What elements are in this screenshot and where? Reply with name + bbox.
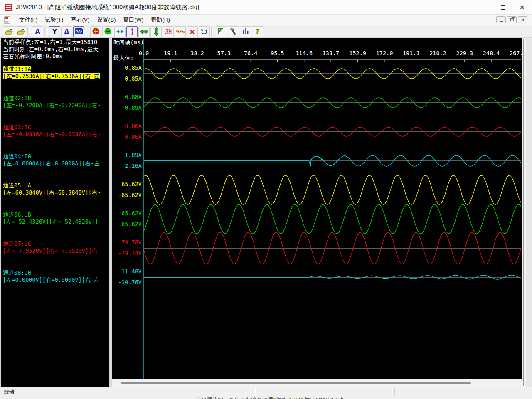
x-tick-label: 19.1 [164,50,177,57]
channel-label: 通道04:I0 [3,153,31,160]
sample-point-info: 当前采样点:左=1,右=1,最大=15810 [3,39,97,46]
document-icon [4,16,11,24]
wye-connection-button[interactable]: Y [49,26,60,37]
min-label-U0: -10.76V [118,279,142,286]
open-file-2-button[interactable] [15,26,26,37]
status-separator [394,388,395,395]
sine-wave-button[interactable] [175,26,186,37]
letter-a-icon: A [35,28,40,35]
status-separator [255,388,256,395]
zoom-out-button[interactable] [102,26,113,37]
channel-item-2[interactable]: 通道02:IB[左=-0.7200A][右=-0.7200A][右- [3,95,109,109]
max-label-IB: 0.88A [125,94,142,100]
x-tick-label: 114.6 [296,50,313,57]
channel-cursor-values: [左=60.3840V][右=60.3840V][右- [3,189,101,196]
open-file-button[interactable] [3,26,14,37]
min-label-IB: -0.89A [121,104,142,111]
max-label-UC: 79.78V [121,239,142,246]
channel-label: 通道03:IC [3,124,31,131]
toolbar-separator [211,27,214,36]
channel-item-1[interactable]: 通道01:IA[左=0.7536A][右=0.7536A][右-左 [3,66,109,80]
x-tick-label: 152.9 [349,50,366,57]
min-label-UC: -79.74V [118,250,142,256]
x-tick-label: 172.0 [376,50,393,57]
statistics-button[interactable] [240,26,251,37]
x-tick-label: 76.4 [244,50,258,57]
menu-window[interactable]: 窗口(W) [120,15,148,25]
close-button[interactable]: × [512,0,532,14]
channel-cursor-values: [左=-52.4320V][右=-52.4320V][ [3,218,99,225]
mdi-close-icon: × [521,17,525,22]
help-button[interactable]: ? [252,26,263,37]
channel-cursor-values: [左=-0.7200A][右=-0.7200A][右- [3,102,101,108]
expand-horizontal-button[interactable] [138,26,150,37]
bar-chart-icon [242,28,249,35]
tools-button[interactable] [228,26,239,37]
channel-label: 通道01:IA [3,66,31,72]
waveform-chart[interactable]: 0.019.138.257.376.495.5114.6133.7152.917… [112,38,522,379]
channel-item-6[interactable]: 通道06:UB[左=-52.4320V][右=-52.4320V][ [3,211,109,225]
min-label-I0: -2.16A [121,163,142,169]
max-label-IC: 0.86A [125,123,142,129]
mdi-minimize-button[interactable] [496,16,506,23]
horizontal-scrollbar-thumb[interactable] [121,382,471,384]
x-tick-label: 95.5 [271,50,284,57]
cursor-diff-info: 左右光标时间差:0.0ms [3,53,62,60]
folder-open-icon [5,28,13,35]
channel-item-3[interactable]: 通道03:IC[左=-0.0336A][右=-0.0336A][右- [3,124,109,138]
mdi-restore-button[interactable] [507,16,517,23]
channel-cursor-values: [左=-7.9520V][右=-7.9520V][右- [3,247,101,254]
x-tick-label: 38.2 [190,50,204,57]
zoom-in-button[interactable] [90,26,101,37]
maximize-button[interactable] [493,0,512,14]
mdi-minimize-icon [500,21,503,22]
waveform-icon [75,28,83,34]
undo-button[interactable] [199,26,210,37]
menu-view[interactable]: 查看(V) [67,15,94,25]
toolbar-separator [27,27,31,36]
max-label-U0: 11.48V [121,268,142,275]
edit-parameters-button[interactable] [216,26,227,37]
phase-a-button[interactable]: A [32,26,43,37]
vertical-scrollbar-track [523,39,524,386]
overlap-waves-icon [164,29,172,34]
expand-vertical-button[interactable] [150,26,162,37]
channel-item-7[interactable]: 通道07:UC[左=-7.9520V][右=-7.9520V][右- [3,240,109,254]
minimize-button[interactable] [474,0,493,14]
channel-label: 通道06:UB [3,211,31,218]
sine-wave-icon [176,29,185,34]
delete-button[interactable]: × [187,26,198,37]
waveform-window-button[interactable] [73,26,84,37]
edit-document-icon [218,28,225,35]
mdi-close-button[interactable]: × [518,16,527,23]
x-tick-label: 133.7 [323,50,340,57]
menu-settings[interactable]: 设置(S) [94,15,120,25]
window-frame-right [526,38,532,387]
compress-horizontal-button[interactable] [114,26,126,37]
vertical-scrollbar[interactable] [522,38,526,387]
delta-connection-button[interactable]: Δ [61,26,72,37]
channel-item-4[interactable]: 通道04:I0[左=0.0000A][右=0.0000A][右-左 [3,153,109,167]
red-circle-plus-icon [92,28,99,35]
menu-help[interactable]: 帮助(H) [147,15,174,25]
channel-cursor-values: [左=-0.0336A][右=-0.0336A][右- [3,131,101,138]
channel-item-8[interactable]: 通道08:U0[左=0.0000V][右=0.0000V][右-左 [3,269,109,283]
current-time-info: 当前时刻:左=0.0ms,右=0.0ms,最大 [3,46,99,53]
cursor-arrows-icon [128,27,136,36]
green-arrow-horizontal-icon [140,29,148,34]
menu-file[interactable]: 文件(F) [15,15,41,25]
channel-label: 通道02:IB [3,95,31,101]
channel-item-5[interactable]: 通道05:UA[左=60.3840V][右=60.3840V][右- [3,182,109,196]
toolbar: AYΔ×? [0,25,532,38]
status-ready-text: 就绪 [4,389,15,396]
channel-label: 通道07:UC [3,240,31,247]
delta-icon: Δ [64,28,69,35]
menu-test[interactable]: 试验(T) [41,15,67,25]
channel-info-panel: 当前采样点:左=1,右=1,最大=15810 当前时刻:左=0.0ms,右=0.… [1,38,109,387]
overlap-waveforms-button[interactable] [163,26,174,37]
toolbar-separator [86,27,89,36]
time-cursor-button[interactable] [126,26,138,37]
menu-bar: 文件(F) 试验(T) 查看(V) 设置(S) 窗口(W) 帮助(H) × [0,15,532,25]
x-tick-label: 229.3 [456,50,473,57]
horizontal-scrollbar[interactable] [112,379,522,387]
